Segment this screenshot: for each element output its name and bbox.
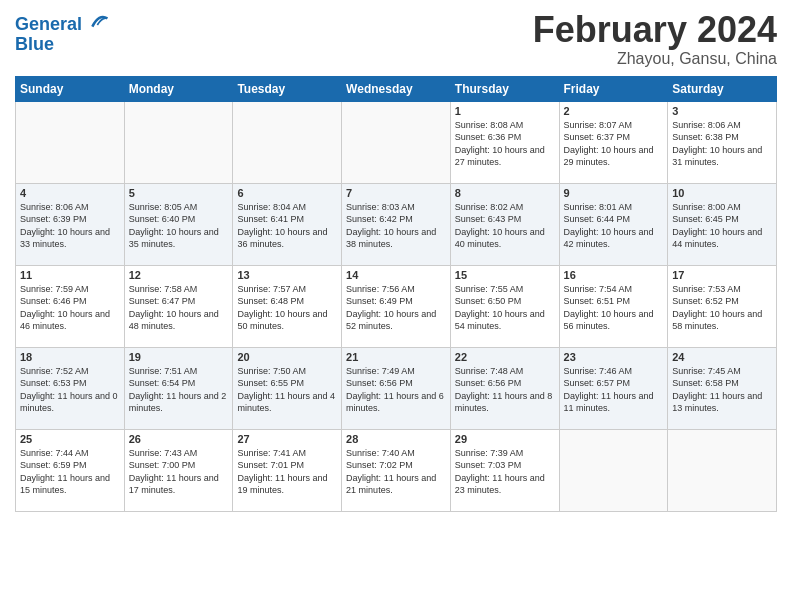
table-row: [668, 429, 777, 511]
day-number: 12: [129, 269, 229, 281]
day-number: 29: [455, 433, 555, 445]
day-info: Sunrise: 8:02 AMSunset: 6:43 PMDaylight:…: [455, 201, 555, 251]
daylight-hours: Daylight: 10 hours and 50 minutes.: [237, 309, 327, 332]
daylight-hours: Daylight: 10 hours and 36 minutes.: [237, 227, 327, 250]
logo-line1: General: [15, 14, 82, 34]
day-info: Sunrise: 8:06 AMSunset: 6:39 PMDaylight:…: [20, 201, 120, 251]
daylight-hours: Daylight: 10 hours and 58 minutes.: [672, 309, 762, 332]
day-info: Sunrise: 7:49 AMSunset: 6:56 PMDaylight:…: [346, 365, 446, 415]
day-number: 24: [672, 351, 772, 363]
day-info: Sunrise: 8:00 AMSunset: 6:45 PMDaylight:…: [672, 201, 772, 251]
day-info: Sunrise: 8:06 AMSunset: 6:38 PMDaylight:…: [672, 119, 772, 169]
table-row: [233, 101, 342, 183]
logo-text: General: [15, 10, 109, 35]
daylight-hours: Daylight: 10 hours and 27 minutes.: [455, 145, 545, 168]
daylight-hours: Daylight: 10 hours and 54 minutes.: [455, 309, 545, 332]
header-wednesday: Wednesday: [342, 76, 451, 101]
table-row: 16Sunrise: 7:54 AMSunset: 6:51 PMDayligh…: [559, 265, 668, 347]
table-row: 18Sunrise: 7:52 AMSunset: 6:53 PMDayligh…: [16, 347, 125, 429]
daylight-hours: Daylight: 10 hours and 38 minutes.: [346, 227, 436, 250]
day-info: Sunrise: 8:07 AMSunset: 6:37 PMDaylight:…: [564, 119, 664, 169]
logo-icon: [89, 10, 109, 30]
table-row: 25Sunrise: 7:44 AMSunset: 6:59 PMDayligh…: [16, 429, 125, 511]
day-info: Sunrise: 7:39 AMSunset: 7:03 PMDaylight:…: [455, 447, 555, 497]
day-number: 11: [20, 269, 120, 281]
day-number: 18: [20, 351, 120, 363]
day-number: 21: [346, 351, 446, 363]
daylight-hours: Daylight: 11 hours and 0 minutes.: [20, 391, 118, 414]
day-number: 17: [672, 269, 772, 281]
day-number: 10: [672, 187, 772, 199]
table-row: 22Sunrise: 7:48 AMSunset: 6:56 PMDayligh…: [450, 347, 559, 429]
day-number: 1: [455, 105, 555, 117]
day-number: 8: [455, 187, 555, 199]
day-number: 28: [346, 433, 446, 445]
day-info: Sunrise: 8:04 AMSunset: 6:41 PMDaylight:…: [237, 201, 337, 251]
daylight-hours: Daylight: 10 hours and 33 minutes.: [20, 227, 110, 250]
table-row: 8Sunrise: 8:02 AMSunset: 6:43 PMDaylight…: [450, 183, 559, 265]
table-row: 24Sunrise: 7:45 AMSunset: 6:58 PMDayligh…: [668, 347, 777, 429]
day-number: 9: [564, 187, 664, 199]
location: Zhayou, Gansu, China: [533, 50, 777, 68]
day-number: 15: [455, 269, 555, 281]
day-info: Sunrise: 7:57 AMSunset: 6:48 PMDaylight:…: [237, 283, 337, 333]
table-row: 7Sunrise: 8:03 AMSunset: 6:42 PMDaylight…: [342, 183, 451, 265]
logo-line2-text: Blue: [15, 35, 109, 55]
day-info: Sunrise: 8:03 AMSunset: 6:42 PMDaylight:…: [346, 201, 446, 251]
day-number: 22: [455, 351, 555, 363]
table-row: 17Sunrise: 7:53 AMSunset: 6:52 PMDayligh…: [668, 265, 777, 347]
daylight-hours: Daylight: 10 hours and 40 minutes.: [455, 227, 545, 250]
day-info: Sunrise: 7:56 AMSunset: 6:49 PMDaylight:…: [346, 283, 446, 333]
day-info: Sunrise: 7:46 AMSunset: 6:57 PMDaylight:…: [564, 365, 664, 415]
daylight-hours: Daylight: 11 hours and 19 minutes.: [237, 473, 327, 496]
daylight-hours: Daylight: 10 hours and 46 minutes.: [20, 309, 110, 332]
table-row: 13Sunrise: 7:57 AMSunset: 6:48 PMDayligh…: [233, 265, 342, 347]
daylight-hours: Daylight: 11 hours and 4 minutes.: [237, 391, 335, 414]
day-info: Sunrise: 7:45 AMSunset: 6:58 PMDaylight:…: [672, 365, 772, 415]
day-info: Sunrise: 7:48 AMSunset: 6:56 PMDaylight:…: [455, 365, 555, 415]
table-row: 20Sunrise: 7:50 AMSunset: 6:55 PMDayligh…: [233, 347, 342, 429]
table-row: 1Sunrise: 8:08 AMSunset: 6:36 PMDaylight…: [450, 101, 559, 183]
daylight-hours: Daylight: 11 hours and 6 minutes.: [346, 391, 444, 414]
day-number: 7: [346, 187, 446, 199]
day-info: Sunrise: 7:40 AMSunset: 7:02 PMDaylight:…: [346, 447, 446, 497]
day-number: 14: [346, 269, 446, 281]
calendar-table: Sunday Monday Tuesday Wednesday Thursday…: [15, 76, 777, 512]
header-tuesday: Tuesday: [233, 76, 342, 101]
day-info: Sunrise: 7:52 AMSunset: 6:53 PMDaylight:…: [20, 365, 120, 415]
day-info: Sunrise: 7:41 AMSunset: 7:01 PMDaylight:…: [237, 447, 337, 497]
calendar-body: 1Sunrise: 8:08 AMSunset: 6:36 PMDaylight…: [16, 101, 777, 511]
week-row-3: 18Sunrise: 7:52 AMSunset: 6:53 PMDayligh…: [16, 347, 777, 429]
daylight-hours: Daylight: 10 hours and 42 minutes.: [564, 227, 654, 250]
daylight-hours: Daylight: 11 hours and 21 minutes.: [346, 473, 436, 496]
page: General Blue February 2024 Zhayou, Gansu…: [0, 0, 792, 612]
day-number: 16: [564, 269, 664, 281]
table-row: 6Sunrise: 8:04 AMSunset: 6:41 PMDaylight…: [233, 183, 342, 265]
day-info: Sunrise: 7:51 AMSunset: 6:54 PMDaylight:…: [129, 365, 229, 415]
header-thursday: Thursday: [450, 76, 559, 101]
table-row: 4Sunrise: 8:06 AMSunset: 6:39 PMDaylight…: [16, 183, 125, 265]
table-row: [16, 101, 125, 183]
day-number: 3: [672, 105, 772, 117]
daylight-hours: Daylight: 10 hours and 31 minutes.: [672, 145, 762, 168]
table-row: [559, 429, 668, 511]
table-row: 29Sunrise: 7:39 AMSunset: 7:03 PMDayligh…: [450, 429, 559, 511]
daylight-hours: Daylight: 10 hours and 52 minutes.: [346, 309, 436, 332]
table-row: 28Sunrise: 7:40 AMSunset: 7:02 PMDayligh…: [342, 429, 451, 511]
table-row: 9Sunrise: 8:01 AMSunset: 6:44 PMDaylight…: [559, 183, 668, 265]
table-row: 11Sunrise: 7:59 AMSunset: 6:46 PMDayligh…: [16, 265, 125, 347]
week-row-0: 1Sunrise: 8:08 AMSunset: 6:36 PMDaylight…: [16, 101, 777, 183]
day-number: 5: [129, 187, 229, 199]
day-number: 19: [129, 351, 229, 363]
table-row: 26Sunrise: 7:43 AMSunset: 7:00 PMDayligh…: [124, 429, 233, 511]
table-row: 12Sunrise: 7:58 AMSunset: 6:47 PMDayligh…: [124, 265, 233, 347]
week-row-4: 25Sunrise: 7:44 AMSunset: 6:59 PMDayligh…: [16, 429, 777, 511]
week-row-1: 4Sunrise: 8:06 AMSunset: 6:39 PMDaylight…: [16, 183, 777, 265]
day-number: 25: [20, 433, 120, 445]
day-info: Sunrise: 8:01 AMSunset: 6:44 PMDaylight:…: [564, 201, 664, 251]
day-info: Sunrise: 8:08 AMSunset: 6:36 PMDaylight:…: [455, 119, 555, 169]
day-info: Sunrise: 8:05 AMSunset: 6:40 PMDaylight:…: [129, 201, 229, 251]
day-info: Sunrise: 7:43 AMSunset: 7:00 PMDaylight:…: [129, 447, 229, 497]
header-monday: Monday: [124, 76, 233, 101]
table-row: [342, 101, 451, 183]
